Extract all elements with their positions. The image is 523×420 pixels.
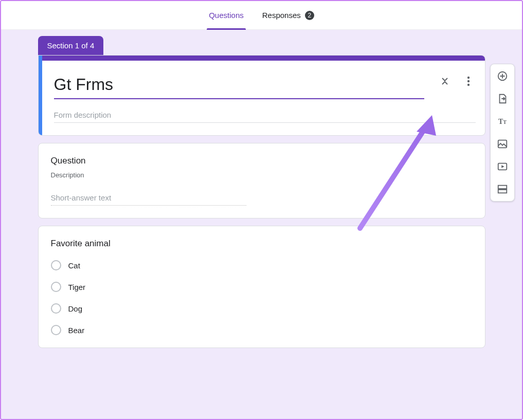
radio-icon [51,282,61,292]
plus-circle-icon [497,70,508,82]
question-card-multiplechoice[interactable]: Favorite animal Cat Tiger Dog Bear [38,226,485,348]
option-row: Tiger [51,282,473,292]
add-question-button[interactable] [495,68,510,84]
question-title: Question [51,156,473,166]
chevron-collapse-icon [441,77,449,86]
svg-point-2 [467,84,469,86]
radio-icon [51,303,61,314]
file-import-icon [497,93,508,104]
question-description: Description [51,171,473,179]
video-icon [497,161,508,172]
option-row: Bear [51,325,473,335]
question-title: Favorite animal [51,239,473,249]
radio-icon [51,325,61,335]
option-label: Tiger [68,283,86,291]
top-tabs: Questions Responses 2 [1,1,522,30]
svg-rect-6 [498,186,507,189]
responses-count-badge: 2 [305,11,314,20]
option-row: Cat [51,260,473,270]
question-card-shortanswer[interactable]: Question Description Short-answer text [38,143,485,218]
tab-questions-label: Questions [209,11,244,20]
option-label: Cat [68,261,80,270]
tab-responses[interactable]: Responses 2 [260,6,316,25]
section-header-card[interactable] [38,55,485,136]
short-answer-placeholder: Short-answer text [51,193,246,206]
section-icon [497,184,508,195]
section-description-input[interactable] [54,108,476,123]
svg-point-0 [467,77,469,79]
svg-rect-7 [498,190,507,193]
add-image-button[interactable] [495,136,510,152]
image-icon [497,138,508,150]
section-title-input[interactable] [54,74,424,99]
add-video-button[interactable] [495,159,510,174]
collapse-section-button[interactable] [438,74,452,88]
radio-icon [51,260,61,270]
tab-responses-label: Responses [262,11,301,20]
text-icon: TT [498,117,507,126]
svg-point-1 [467,80,469,82]
option-label: Bear [68,326,85,335]
option-row: Dog [51,303,473,314]
form-canvas: Section 1 of 4 Question Description [1,30,522,419]
more-vert-icon [467,76,470,86]
add-section-button[interactable] [495,181,510,197]
import-questions-button[interactable] [495,91,510,106]
add-title-button[interactable]: TT [495,114,510,129]
tab-questions[interactable]: Questions [207,6,246,25]
option-label: Dog [68,304,83,313]
section-indicator: Section 1 of 4 [38,36,104,55]
section-overflow-button[interactable] [461,74,476,88]
floating-toolbar: TT [490,64,515,202]
